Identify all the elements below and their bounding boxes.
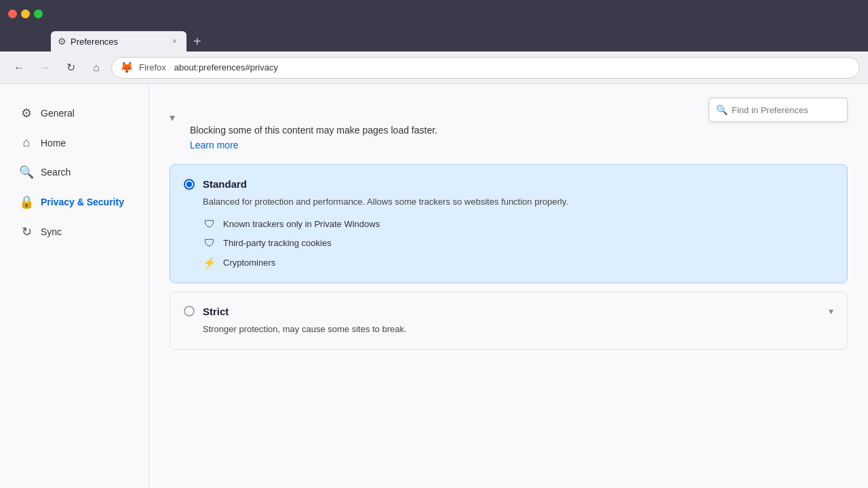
strict-option-card[interactable]: Strict ▾ Stronger protection, may cause … bbox=[170, 291, 848, 350]
address-bar-wrap: 🦊 Firefox bbox=[111, 57, 860, 79]
search-icon: 🔍 bbox=[19, 165, 34, 180]
strict-option-header: Strict ▾ bbox=[184, 306, 833, 317]
sidebar-item-privacy-label: Privacy & Security bbox=[41, 197, 124, 207]
sidebar-item-general-label: General bbox=[41, 108, 75, 119]
learn-more-link[interactable]: Learn more bbox=[190, 140, 848, 150]
nav-bar: ← → ↻ ⌂ 🦊 Firefox bbox=[0, 52, 868, 84]
back-button[interactable]: ← bbox=[8, 57, 30, 79]
blocking-note: Blocking some of this content may make p… bbox=[170, 118, 848, 164]
blocking-note-text: Blocking some of this content may make p… bbox=[190, 125, 848, 136]
tab-label: Preferences bbox=[71, 37, 118, 47]
forward-button[interactable]: → bbox=[34, 57, 56, 79]
tab-icon: ⚙ bbox=[58, 36, 66, 47]
sync-icon: ↻ bbox=[19, 224, 34, 239]
new-tab-button[interactable]: + bbox=[188, 31, 207, 52]
traffic-lights bbox=[8, 9, 43, 18]
content-body: ▾ Blocking some of this content may make… bbox=[149, 98, 868, 371]
close-button[interactable] bbox=[8, 9, 17, 18]
standard-option-header: Standard bbox=[184, 178, 833, 190]
standard-radio[interactable] bbox=[184, 179, 195, 190]
strict-collapse-icon[interactable]: ▾ bbox=[829, 306, 833, 317]
strict-option-title: Strict bbox=[203, 306, 229, 317]
feature-item-cookies: 🛡 Third-party tracking cookies bbox=[203, 237, 833, 249]
feature-item-trackers: 🛡 Known trackers only in Private Windows bbox=[203, 218, 833, 230]
standard-option-title: Standard bbox=[203, 178, 247, 190]
firefox-icon: 🦊 bbox=[120, 61, 134, 74]
sidebar-item-sync-label: Sync bbox=[41, 226, 62, 237]
find-preferences-input[interactable] bbox=[732, 105, 840, 115]
main-area: ⚙ General ⌂ Home 🔍 Search 🔒 Privacy & Se… bbox=[0, 84, 868, 488]
gear-icon: ⚙ bbox=[19, 106, 34, 121]
home-icon: ⌂ bbox=[19, 136, 34, 150]
maximize-button[interactable] bbox=[34, 9, 43, 18]
home-button[interactable]: ⌂ bbox=[85, 57, 107, 79]
preferences-tab[interactable]: ⚙ Preferences × bbox=[51, 31, 186, 52]
sidebar-item-home-label: Home bbox=[41, 138, 66, 148]
standard-option-desc: Balanced for protection and performance.… bbox=[203, 195, 833, 209]
feature-crypto-text: Cryptominers bbox=[223, 258, 275, 268]
sidebar: ⚙ General ⌂ Home 🔍 Search 🔒 Privacy & Se… bbox=[0, 84, 149, 488]
feature-item-cryptominers: ⚡ Cryptominers bbox=[203, 256, 833, 269]
sidebar-item-home[interactable]: ⌂ Home bbox=[5, 129, 143, 157]
crypto-icon: ⚡ bbox=[203, 256, 216, 269]
tracker-icon: 🛡 bbox=[203, 218, 216, 230]
minimize-button[interactable] bbox=[21, 9, 30, 18]
find-icon: 🔍 bbox=[716, 104, 728, 115]
sidebar-item-search[interactable]: 🔍 Search bbox=[5, 158, 143, 186]
tab-bar: ⚙ Preferences × + bbox=[0, 27, 868, 52]
strict-option-desc: Stronger protection, may cause some site… bbox=[203, 323, 833, 336]
cookie-icon: 🛡 bbox=[203, 237, 216, 249]
sidebar-item-general[interactable]: ⚙ General bbox=[5, 99, 143, 127]
standard-option-features: 🛡 Known trackers only in Private Windows… bbox=[203, 218, 833, 269]
feature-trackers-text: Known trackers only in Private Windows bbox=[223, 219, 380, 229]
feature-cookies-text: Third-party tracking cookies bbox=[223, 238, 332, 248]
collapse-arrow-icon[interactable]: ▾ bbox=[170, 111, 175, 124]
standard-option-card[interactable]: Standard Balanced for protection and per… bbox=[170, 164, 848, 283]
content-area: 🔍 ▾ Blocking some of this content may ma… bbox=[149, 84, 868, 488]
find-preferences-bar: 🔍 bbox=[709, 98, 848, 122]
title-bar bbox=[0, 0, 868, 27]
sidebar-item-search-label: Search bbox=[41, 167, 71, 178]
sidebar-item-sync[interactable]: ↻ Sync bbox=[5, 218, 143, 246]
address-bar[interactable] bbox=[174, 62, 851, 73]
strict-radio[interactable] bbox=[184, 306, 195, 317]
tab-close-button[interactable]: × bbox=[170, 35, 180, 47]
lock-icon: 🔒 bbox=[19, 195, 34, 209]
site-label: Firefox bbox=[139, 62, 166, 73]
sidebar-item-privacy[interactable]: 🔒 Privacy & Security bbox=[5, 188, 143, 216]
reload-button[interactable]: ↻ bbox=[60, 57, 81, 79]
